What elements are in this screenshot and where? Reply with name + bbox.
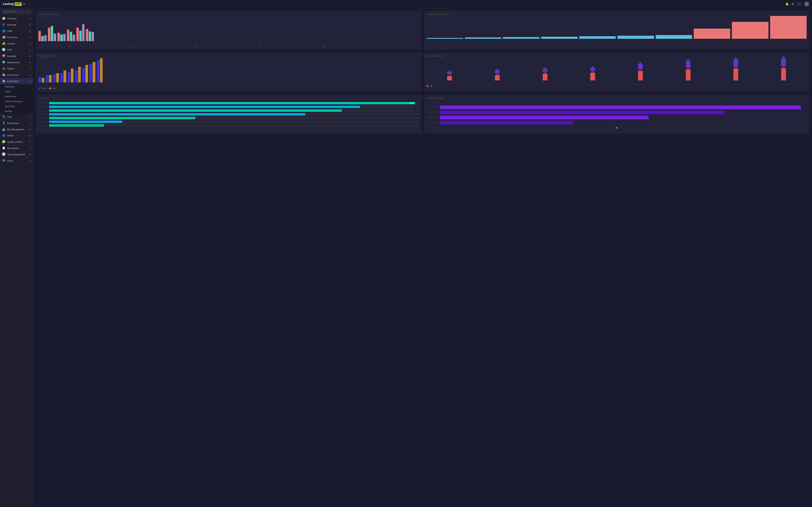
- sidebar-item-payroll[interactable]: 💼 Payroll ▶: [0, 65, 33, 72]
- sidebar-item-users[interactable]: 👫 Users ▶: [0, 158, 33, 164]
- sidebar-item-task_management[interactable]: 📊 Task Management ▶: [0, 151, 33, 158]
- bar: [70, 32, 72, 41]
- hbar-arrow-icon: ↗: [417, 113, 419, 116]
- chevron-icon: ▶: [30, 67, 31, 70]
- sidebar-item-label: Inventory: [7, 55, 30, 57]
- sidebar-item-crm[interactable]: 👥 CRM ▶: [0, 28, 33, 34]
- sidebar-item-production[interactable]: 🏭 Production ▶: [0, 34, 33, 41]
- chevron-icon: ▶: [30, 154, 31, 156]
- grid-icon[interactable]: ⊞: [792, 2, 794, 6]
- hbar-arrow-icon: ↗: [417, 109, 419, 112]
- sidebar-item-npdm[interactable]: 🌀 NPDM ▶: [0, 132, 33, 139]
- stacked-seg-top: [543, 69, 547, 72]
- sidebar-item-label: NPDM: [7, 134, 30, 137]
- hbar-fill: [49, 113, 305, 115]
- submenu-item-settings[interactable]: Settings: [0, 109, 33, 114]
- sidebar-item-company[interactable]: 🏢 Company ▶: [0, 15, 33, 22]
- bar-top-value: 220: [496, 69, 498, 70]
- hbar-row: 4198.5↗: [39, 102, 419, 105]
- hbar-label: [39, 114, 48, 115]
- hbar2-fill: [440, 106, 801, 109]
- navbar-icons: 🔔 ⊞ ... U: [786, 2, 809, 7]
- hbar-fill: [49, 109, 342, 112]
- sidebar-item-label: Production: [7, 36, 30, 39]
- submenu-item-import_transactions[interactable]: Import Transactions: [0, 99, 33, 104]
- sidebar-item-recruitment[interactable]: 👤 Recruitment ▶: [0, 120, 33, 126]
- chart-6-hbars: [427, 104, 807, 126]
- bar-mid-value: 308: [735, 67, 737, 68]
- chart-title-3: [39, 55, 419, 59]
- bar: [39, 77, 41, 82]
- chevron-icon: ▶: [30, 36, 31, 39]
- inventory-icon: 📦: [2, 54, 6, 58]
- hamburger-icon[interactable]: ≡: [23, 2, 25, 6]
- bar-group: [97, 58, 103, 82]
- sidebar-item-bid_management[interactable]: 💻 Bid_Management ▶: [0, 126, 33, 132]
- stacked-seg-bottom: [447, 76, 452, 80]
- recruitment-icon: 👤: [2, 121, 6, 125]
- submenu-item-dashboard[interactable]: Dashboard: [0, 84, 33, 89]
- hbar-arrow-icon: ↗: [417, 117, 419, 119]
- bar-group: [76, 24, 85, 41]
- chart-card-1: JanFebMarAprMayJun: [36, 11, 421, 50]
- bar: [49, 75, 52, 82]
- bar: [39, 31, 41, 41]
- npdm-icon: 🌀: [2, 134, 6, 137]
- hbar-track: [49, 106, 415, 108]
- main-content: JanFebMarAprMayJun Series 1 Series 2: [33, 8, 812, 507]
- chevron-icon: ▶: [30, 122, 31, 124]
- stacked-bar-col: 17892: [427, 70, 473, 80]
- stacked-seg-bottom: [781, 68, 786, 80]
- sidebar-item-ecommerce[interactable]: 🛍️ Ecommerce ▶: [0, 78, 33, 84]
- bar: [60, 35, 63, 41]
- bar: [100, 58, 103, 82]
- quality_control-icon: ✅: [2, 140, 6, 144]
- avatar[interactable]: U: [804, 2, 809, 7]
- hbar-arrow-icon: ↗: [417, 120, 419, 123]
- hbar-fill: [49, 102, 415, 104]
- sidebar-item-ecommerce[interactable]: 🛍️ Ecommerce ▶: [0, 72, 33, 78]
- hbar2-row: [427, 111, 807, 114]
- stacked-bar-col: 450268: [665, 59, 711, 80]
- sidebar-item-label: Task Management: [7, 153, 30, 156]
- bar: [86, 65, 88, 82]
- sidebar-item-purchase[interactable]: 🛒 Purchase ▶: [0, 22, 33, 28]
- sidebar-item-label: POS: [7, 49, 30, 51]
- bar: [53, 74, 56, 82]
- hbar-label: [39, 103, 48, 104]
- chart-title-5: [39, 97, 419, 99]
- payroll-icon: 💼: [2, 67, 6, 70]
- users-icon: 👫: [2, 159, 6, 163]
- chart-2-bars: [427, 17, 807, 42]
- chart-card-5: 4198.5↗↗↗↗↗↗↗: [36, 95, 421, 133]
- chevron-icon: ▶: [30, 43, 31, 45]
- bar: [427, 38, 463, 39]
- sidebar-item-inventory[interactable]: 📦 Inventory ▶: [0, 53, 33, 59]
- bar: [579, 36, 616, 39]
- notification-icon[interactable]: 🔔: [786, 2, 789, 6]
- chart-3-bars: [39, 61, 419, 86]
- hbar-row: ↗: [39, 124, 419, 127]
- brand-erp: ERP: [14, 2, 21, 6]
- search-input[interactable]: [2, 9, 31, 14]
- sidebar-item-maintenance[interactable]: ⚙️ Maintenance ▶: [0, 59, 33, 65]
- sidebar-item-pos[interactable]: 🔄 POS ▶: [0, 47, 33, 53]
- bar-mid-value: 132: [592, 71, 594, 73]
- sidebar-item-account[interactable]: 💰 Account ▶: [0, 41, 33, 47]
- submenu-item-orders[interactable]: Orders: [0, 89, 33, 94]
- bar-mid-value: 268: [687, 68, 689, 69]
- submenu-item-sync_stock[interactable]: Sync Stock: [0, 104, 33, 109]
- task_management-icon: 📊: [2, 153, 6, 156]
- sidebar-item-amc[interactable]: 🔧 AMC ▶: [0, 114, 33, 120]
- hbar-track: [49, 113, 415, 115]
- navbar: Lasting ERP ≡ 🔔 ⊞ ... U: [0, 0, 812, 8]
- hbar2-row: [427, 121, 807, 124]
- chevron-icon: ▶: [30, 17, 31, 20]
- sidebar-item-item_master[interactable]: 📋 Item Master ▶: [0, 145, 33, 151]
- sidebar-item-quality_control[interactable]: ✅ Quality_Control ▶: [0, 139, 33, 145]
- chart-card-6: [424, 95, 809, 133]
- amc-icon: 🔧: [2, 115, 6, 119]
- stacked-seg-top: [734, 59, 738, 67]
- nav-button[interactable]: ...: [797, 2, 802, 6]
- submenu-item-delivery_boy[interactable]: Delivery Boy: [0, 94, 33, 99]
